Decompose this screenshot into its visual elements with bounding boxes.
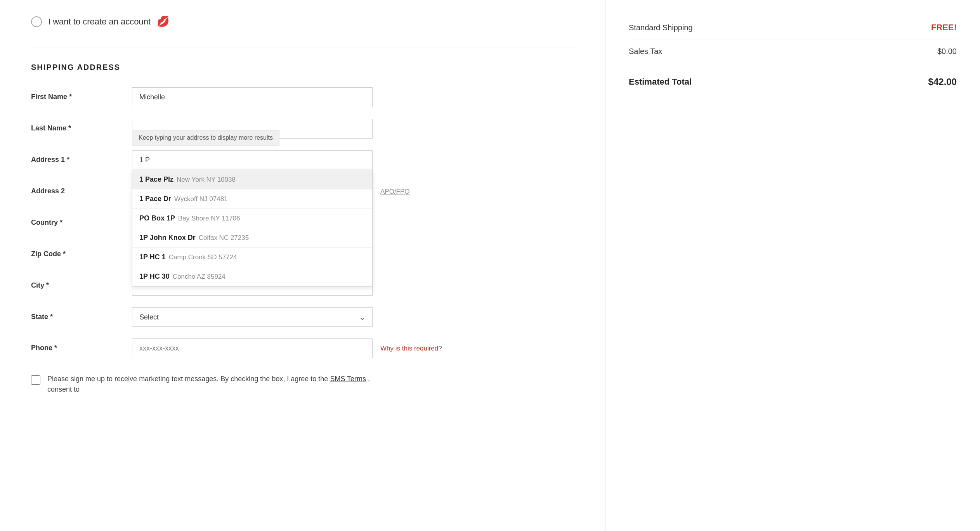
address1-label: Address 1 * — [31, 150, 132, 164]
phone-group: Phone * Why is this required? — [31, 338, 574, 358]
shipping-section-title: SHIPPING ADDRESS — [31, 63, 574, 72]
estimated-total-value: $42.00 — [928, 76, 957, 87]
autocomplete-item[interactable]: 1P John Knox DrColfax NC 27235 — [132, 228, 372, 248]
account-row: I want to create an account 💋 — [31, 16, 574, 28]
first-name-group: First Name * — [31, 87, 574, 107]
sales-tax-value: $0.00 — [937, 47, 957, 56]
address1-input[interactable] — [132, 150, 373, 170]
sms-terms-link[interactable]: SMS Terms — [330, 375, 366, 383]
phone-label: Phone * — [31, 338, 132, 352]
first-name-label: First Name * — [31, 87, 132, 101]
autocomplete-item[interactable]: 1P HC 1Camp Crook SD 57724 — [132, 248, 372, 267]
standard-shipping-row: Standard Shipping FREE! — [629, 16, 957, 40]
zip-code-label: Zip Code * — [31, 245, 132, 258]
sales-tax-row: Sales Tax $0.00 — [629, 40, 957, 63]
address1-group: Address 1 * Keep typing your address to … — [31, 150, 574, 170]
last-name-group: Last Name * — [31, 119, 574, 139]
state-group: State * Select Alabama Alaska Arizona Ca… — [31, 307, 574, 327]
estimated-total-row: Estimated Total $42.00 — [629, 67, 957, 97]
standard-shipping-label: Standard Shipping — [629, 23, 693, 32]
first-name-input-wrapper — [132, 87, 373, 107]
main-content: I want to create an account 💋 SHIPPING A… — [0, 0, 605, 531]
address-dropdown-hint: Keep typing your address to display more… — [132, 130, 279, 146]
marketing-checkbox[interactable] — [31, 375, 40, 385]
state-select[interactable]: Select Alabama Alaska Arizona California… — [132, 307, 373, 327]
address2-label: Address 2 — [31, 182, 132, 195]
phone-input-wrapper — [132, 338, 373, 358]
marketing-label: Please sign me up to receive marketing t… — [47, 374, 373, 395]
last-name-label: Last Name * — [31, 119, 132, 132]
state-label: State * — [31, 307, 132, 321]
address1-input-wrapper: Keep typing your address to display more… — [132, 150, 373, 170]
marketing-checkbox-group: Please sign me up to receive marketing t… — [31, 374, 373, 395]
first-name-input[interactable] — [132, 87, 373, 107]
address-autocomplete-dropdown: 1 Pace PlzNew York NY 100381 Pace DrWyck… — [132, 170, 373, 286]
phone-input[interactable] — [132, 338, 373, 358]
city-label: City * — [31, 276, 132, 290]
autocomplete-item[interactable]: 1P HC 30Concho AZ 85924 — [132, 267, 372, 286]
estimated-total-label: Estimated Total — [629, 77, 692, 87]
create-account-radio[interactable] — [31, 16, 42, 27]
why-required-link[interactable]: Why is this required? — [380, 338, 442, 352]
sales-tax-label: Sales Tax — [629, 47, 662, 56]
lips-icon: 💋 — [157, 16, 169, 28]
autocomplete-item[interactable]: PO Box 1PBay Shore NY 11706 — [132, 209, 372, 228]
order-summary-sidebar: Standard Shipping FREE! Sales Tax $0.00 … — [605, 0, 980, 531]
autocomplete-item[interactable]: 1 Pace PlzNew York NY 10038 — [132, 170, 372, 189]
apo-fpo-link[interactable]: APO/FPO — [380, 182, 410, 196]
account-label: I want to create an account — [48, 17, 151, 27]
section-divider — [31, 47, 574, 47]
country-label: Country * — [31, 213, 132, 227]
standard-shipping-value: FREE! — [931, 23, 957, 33]
autocomplete-item[interactable]: 1 Pace DrWyckoff NJ 07481 — [132, 189, 372, 209]
state-select-wrapper: Select Alabama Alaska Arizona California… — [132, 307, 373, 327]
